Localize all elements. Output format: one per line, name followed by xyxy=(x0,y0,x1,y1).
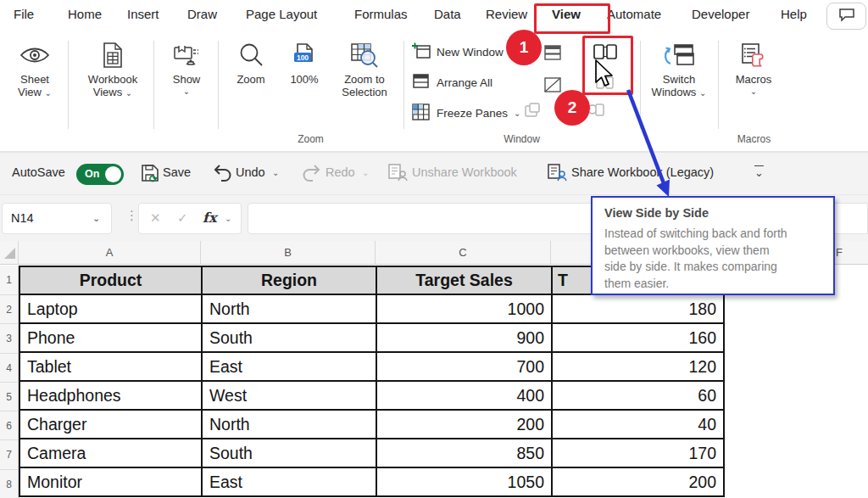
cell-a5[interactable]: Headphones xyxy=(19,381,202,410)
undo-icon[interactable] xyxy=(212,164,232,186)
tab-file[interactable]: File xyxy=(14,7,34,21)
row-number-1[interactable]: 1 xyxy=(0,266,19,295)
show-button[interactable]: Show ⌄ xyxy=(158,39,215,96)
undo-chevron-icon[interactable]: ⌄ xyxy=(272,168,279,177)
freeze-panes-icon xyxy=(412,104,431,123)
cell-c1[interactable]: Target Sales xyxy=(376,266,552,294)
cell-b4[interactable]: East xyxy=(202,352,376,381)
row-number-8[interactable]: 8 xyxy=(0,470,19,498)
namebox-resize-dots-icon[interactable]: ⋮ xyxy=(125,208,138,223)
tab-data[interactable]: Data xyxy=(434,7,461,21)
table-row: Laptop North 1000 180 xyxy=(19,294,724,323)
tab-page-layout[interactable]: Page Layout xyxy=(246,7,317,21)
zoom-button[interactable]: Zoom xyxy=(222,39,280,86)
fx-icon[interactable]: fx xyxy=(203,210,216,226)
table-row: Phone South 900 160 xyxy=(19,323,724,352)
new-window-button[interactable]: New Window xyxy=(412,42,504,62)
cell-b6[interactable]: North xyxy=(202,410,376,439)
tab-automate[interactable]: Automate xyxy=(607,7,661,21)
row-number-5[interactable]: 5 xyxy=(0,383,19,411)
cell-b3[interactable]: South xyxy=(202,323,376,352)
tab-formulas[interactable]: Formulas xyxy=(354,7,408,21)
cell-d7[interactable]: 170 xyxy=(552,439,724,467)
new-window-label: New Window xyxy=(437,46,504,59)
tab-review[interactable]: Review xyxy=(486,7,527,21)
name-box[interactable]: N14 ⌄ xyxy=(2,203,112,234)
cell-d5[interactable]: 60 xyxy=(552,381,724,410)
cell-b7[interactable]: South xyxy=(202,439,376,467)
cell-c4[interactable]: 700 xyxy=(376,352,552,381)
macros-button[interactable]: Macros ⌄ xyxy=(721,39,786,96)
cell-a6[interactable]: Charger xyxy=(19,410,202,439)
cell-d2[interactable]: 180 xyxy=(552,294,724,323)
cell-a2[interactable]: Laptop xyxy=(19,294,202,323)
row-number-2[interactable]: 2 xyxy=(0,295,19,324)
cell-c6[interactable]: 200 xyxy=(376,410,552,439)
arrange-all-button[interactable]: Arrange All xyxy=(412,73,492,92)
freeze-panes-label: Freeze Panes xyxy=(437,107,508,120)
annotation-box-view-tab xyxy=(534,3,610,34)
row-number-3[interactable]: 3 xyxy=(0,324,19,354)
cell-b8[interactable]: East xyxy=(202,467,376,496)
group-label-window: Window xyxy=(403,133,640,147)
autosave-toggle[interactable]: On xyxy=(76,164,124,185)
step-2-badge: 2 xyxy=(554,90,590,126)
undo-label[interactable]: Undo xyxy=(236,165,265,179)
workbook-views-button[interactable]: Workbook Views ⌄ xyxy=(73,39,153,98)
unshare-workbook-label: Unshare Workbook xyxy=(412,165,517,179)
comments-button[interactable] xyxy=(826,3,866,30)
column-header-a[interactable]: A xyxy=(19,241,201,265)
window-gray-icon xyxy=(523,102,542,122)
zoom-to-selection-button[interactable]: Zoom to Selection xyxy=(329,39,400,98)
cell-a4[interactable]: Tablet xyxy=(19,352,202,381)
fx-chevron-icon[interactable]: ⌄ xyxy=(225,214,231,223)
qat-overflow-icon[interactable]: ⌄ xyxy=(754,166,764,179)
save-label[interactable]: Save xyxy=(163,165,191,179)
sheet-view-button[interactable]: Sheet View ⌄ xyxy=(3,39,66,98)
cell-d4[interactable]: 120 xyxy=(552,352,724,381)
magnifier-icon xyxy=(238,39,264,71)
cell-d6[interactable]: 40 xyxy=(552,410,724,439)
data-table: Product Region Target Sales T Laptop Nor… xyxy=(19,266,725,497)
column-header-c[interactable]: C xyxy=(376,241,551,265)
chevron-down-icon: ⌄ xyxy=(183,87,190,96)
split-button[interactable] xyxy=(543,44,562,64)
cell-b5[interactable]: West xyxy=(202,381,376,410)
select-all-corner[interactable] xyxy=(0,241,19,265)
cell-d8[interactable]: 200 xyxy=(552,467,724,496)
tab-insert[interactable]: Insert xyxy=(127,7,159,21)
name-box-chevron-icon[interactable]: ⌄ xyxy=(92,213,100,224)
cell-c5[interactable]: 400 xyxy=(376,381,552,410)
chevron-down-icon: ⌄ xyxy=(750,87,757,96)
unhide-button[interactable] xyxy=(523,102,542,122)
cell-b1[interactable]: Region xyxy=(202,266,376,294)
grid-magnifier-icon xyxy=(351,39,378,71)
zoom-100-button[interactable]: 100 100% xyxy=(281,39,327,86)
tab-home[interactable]: Home xyxy=(68,7,102,21)
cell-a1[interactable]: Product xyxy=(19,266,202,294)
tab-developer[interactable]: Developer xyxy=(692,7,749,21)
name-box-value: N14 xyxy=(11,211,34,225)
table-row: Monitor East 1050 200 xyxy=(19,467,724,496)
hide-button[interactable] xyxy=(543,76,562,97)
tab-draw[interactable]: Draw xyxy=(187,7,217,21)
cell-d3[interactable]: 160 xyxy=(552,323,724,352)
cell-c2[interactable]: 1000 xyxy=(376,294,552,323)
row-number-6[interactable]: 6 xyxy=(0,411,19,440)
share-workbook-label[interactable]: Share Workbook (Legacy) xyxy=(571,165,714,179)
tab-help[interactable]: Help xyxy=(781,7,807,21)
cell-a7[interactable]: Camera xyxy=(19,439,202,467)
cell-c7[interactable]: 850 xyxy=(376,439,552,467)
cell-b2[interactable]: North xyxy=(202,294,376,323)
row-number-4[interactable]: 4 xyxy=(0,354,19,383)
share-workbook-icon[interactable] xyxy=(548,164,567,185)
cell-a3[interactable]: Phone xyxy=(19,323,202,352)
switch-windows-button[interactable]: Switch Windows ⌄ xyxy=(641,39,717,98)
row-number-7[interactable]: 7 xyxy=(0,440,19,470)
cell-c8[interactable]: 1050 xyxy=(376,467,552,496)
cell-c3[interactable]: 900 xyxy=(376,323,552,352)
cell-a8[interactable]: Monitor xyxy=(19,467,202,496)
save-icon[interactable]: ⟳ xyxy=(141,164,159,186)
freeze-panes-button[interactable]: Freeze Panes ⌄ xyxy=(412,104,520,123)
column-header-b[interactable]: B xyxy=(201,241,376,265)
